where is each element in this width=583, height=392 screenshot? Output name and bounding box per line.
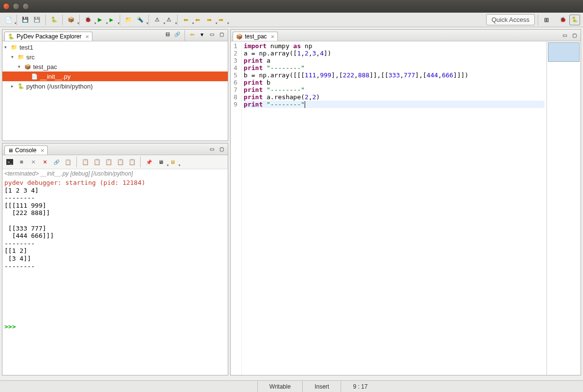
terminate-button[interactable] (16, 157, 27, 167)
window-maximize-icon[interactable] (22, 3, 29, 10)
overview-viewport-icon (548, 42, 580, 62)
src-label: src (26, 53, 35, 61)
menu-file[interactable]: File (37, 0, 53, 1)
forward-button[interactable] (204, 15, 215, 25)
menu-refactoring[interactable]: Refactoring (73, 0, 111, 1)
pin-button[interactable] (144, 157, 154, 167)
status-writable: Writable (257, 381, 303, 392)
scroll-lock-button[interactable]: 📋 (80, 157, 91, 167)
debug-button[interactable] (83, 15, 93, 25)
terminal-icon[interactable]: >_ (4, 157, 15, 167)
save-all-button[interactable] (32, 15, 42, 25)
open-console-button[interactable] (167, 157, 178, 167)
status-cursor-position: 9 : 17 (341, 381, 379, 392)
menu-navigate[interactable]: Navigate (142, 0, 172, 1)
package-icon (24, 63, 32, 71)
tree-file-init[interactable]: __init__.py (2, 71, 228, 81)
tree-interpreter[interactable]: ▸ python (/usr/bin/python) (2, 81, 228, 91)
clear-console-button[interactable] (63, 157, 73, 167)
show-console-button[interactable]: 📋 (103, 157, 114, 167)
minimize-view-button[interactable] (207, 145, 216, 154)
back-button[interactable] (192, 15, 203, 25)
maximize-view-button[interactable] (217, 30, 226, 39)
pydev-icon (8, 33, 15, 40)
editor-tab-label: test_pac (245, 33, 267, 40)
menu-run[interactable]: Run (255, 0, 273, 1)
menu-edit[interactable]: Edit (55, 0, 72, 1)
python-file-icon (31, 72, 38, 80)
src-folder-icon (17, 53, 25, 61)
python-button[interactable] (49, 15, 59, 25)
close-icon[interactable]: ✕ (85, 34, 89, 39)
editor-view: test_pac ✕ 123456789 import numpy as npa… (230, 29, 581, 375)
open-perspective-button[interactable] (541, 15, 552, 25)
code-editor[interactable]: 123456789 import numpy as npa = np.array… (231, 41, 581, 375)
python-interpreter-icon (17, 82, 25, 90)
new-button[interactable] (3, 15, 14, 25)
view-menu-button[interactable]: ▾ (198, 30, 206, 39)
search-button[interactable] (135, 15, 146, 25)
package-label: test_pac (33, 63, 57, 71)
maximize-view-button[interactable] (570, 31, 579, 40)
package-explorer-view: PyDev Package Explorer ✕ ▾ ▾ test1 (2, 29, 228, 141)
close-icon[interactable]: ✕ (271, 34, 274, 39)
console-icon (8, 147, 13, 154)
main-toolbar: Quick Access (0, 13, 583, 27)
minimize-view-button[interactable] (560, 31, 569, 40)
pydev-perspective-button[interactable] (569, 15, 580, 25)
menu-pydev[interactable]: Pydev (230, 0, 253, 1)
link-button[interactable] (51, 157, 62, 167)
window-close-icon[interactable] (3, 3, 10, 10)
menubar: FileEditRefactoringSourceNavigateSearchP… (35, 0, 324, 1)
word-wrap-button[interactable]: 📋 (91, 157, 102, 167)
close-icon[interactable]: ✕ (40, 148, 44, 153)
nav-back-button[interactable] (181, 15, 191, 25)
display-selected-button[interactable]: 📋 (127, 157, 137, 167)
overview-ruler[interactable] (547, 41, 581, 375)
package-explorer-title: PyDev Package Explorer (17, 33, 81, 40)
open-folder-button[interactable] (123, 15, 134, 25)
minimize-view-button[interactable] (207, 30, 216, 39)
console-toolbar: >_ 📋 📋 📋 📋 📋 (2, 155, 228, 169)
debug-perspective-button[interactable] (558, 15, 568, 25)
tree-project[interactable]: ▾ test1 (2, 42, 228, 52)
tasks-button[interactable] (164, 15, 174, 25)
menu-search[interactable]: Search (174, 0, 200, 1)
problems-button[interactable] (152, 15, 163, 25)
tree-package[interactable]: ▾ test_pac (2, 62, 228, 71)
code-area[interactable]: import numpy as npa = np.array([1,2,3,4]… (242, 41, 547, 375)
remove-launch-button[interactable] (28, 157, 38, 167)
window-minimize-icon[interactable] (13, 3, 19, 10)
display-console-button[interactable] (155, 157, 166, 167)
run-button[interactable] (94, 15, 105, 25)
pin-console-button[interactable]: 📋 (115, 157, 126, 167)
line-number-gutter: 123456789 (231, 41, 242, 375)
remove-all-terminated-button[interactable] (39, 157, 50, 167)
package-tree[interactable]: ▾ test1 ▾ src ▾ test_pac __init__.py ▸ (2, 41, 228, 92)
maximize-view-button[interactable] (217, 145, 226, 154)
link-editor-button[interactable] (173, 30, 182, 39)
package-icon (236, 34, 243, 40)
nav-forward-button[interactable] (216, 15, 226, 25)
menu-source[interactable]: Source (114, 0, 140, 1)
menu-help[interactable]: Help (305, 0, 324, 1)
collapse-all-button[interactable] (163, 30, 172, 39)
save-button[interactable] (20, 15, 31, 25)
package-button[interactable] (66, 15, 76, 25)
package-explorer-tab[interactable]: PyDev Package Explorer ✕ (4, 32, 92, 41)
focus-button[interactable] (188, 30, 197, 39)
editor-tab[interactable]: test_pac ✕ (233, 32, 278, 41)
console-title: Console (15, 147, 36, 154)
project-icon (10, 43, 18, 51)
project-label: test1 (19, 44, 33, 51)
external-tools-button[interactable] (106, 15, 117, 25)
interpreter-label: python (/usr/bin/python) (26, 83, 93, 90)
quick-access-field[interactable]: Quick Access (486, 14, 535, 25)
menu-window[interactable]: Window (274, 0, 303, 1)
file-label: __init__.py (40, 73, 71, 80)
console-output[interactable]: pydev debugger: starting (pid: 12184)[1 … (2, 178, 228, 375)
menu-project[interactable]: Project (202, 0, 228, 1)
status-bar: Writable Insert 9 : 17 (0, 380, 583, 392)
tree-src[interactable]: ▾ src (2, 52, 228, 62)
console-tab[interactable]: Console ✕ (4, 145, 48, 155)
